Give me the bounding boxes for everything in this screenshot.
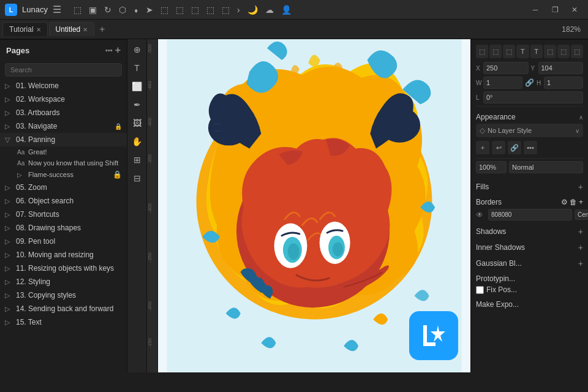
toolbar-icon-8[interactable]: ⬚ [173,4,186,16]
page-item-10[interactable]: ▷ 10. Moving and resizing [0,248,127,262]
text-tool[interactable]: T [129,60,145,76]
border-add-btn[interactable]: + [579,198,583,206]
gaussian-blur-add-btn[interactable]: + [578,258,583,268]
tab-tutorial-close[interactable]: ✕ [36,26,41,33]
tab-untitled[interactable]: Untitled ✕ [49,22,95,36]
pen-tool[interactable]: ✒ [129,97,145,113]
border-settings-btn[interactable]: ⚙ [561,198,568,206]
align-top-text-btn[interactable]: T [516,45,529,58]
page-item-14[interactable]: ▷ 14. Sending back and forward [0,302,127,315]
svg-point-8 [379,107,420,143]
toolbar-icon-4[interactable]: ⬡ [116,4,129,16]
page-child-flame[interactable]: ▷ Flame-success 🔒 [0,168,127,181]
toolbar-icon-2[interactable]: ▣ [86,4,99,16]
zoom-level: 182% [562,25,581,34]
toolbar-icon-10[interactable]: ⬚ [204,4,217,16]
shape-tool[interactable]: ⬜ [129,78,145,94]
page-item-08[interactable]: ▷ 08. Drawing shapes [0,221,127,235]
toolbar-icon-user[interactable]: 👤 [279,4,294,16]
search-input[interactable] [5,63,122,77]
opacity-input[interactable] [476,161,507,173]
add-style-btn[interactable]: + [476,141,489,154]
component-tool[interactable]: ⊞ [129,152,145,168]
page-label: 15. Text [16,318,122,326]
ruler-v-mark: -500 [147,44,158,54]
toolbar-icon-1[interactable]: ⬚ [71,4,84,16]
page-item-02[interactable]: ▷ 02. Workspace [0,92,127,106]
page-child-great[interactable]: Aa Great! [0,146,127,157]
page-item-05[interactable]: ▷ 05. Zoom [0,181,127,194]
tab-tutorial[interactable]: Tutorial ✕ [2,22,48,36]
page-item-06[interactable]: ▷ 06. Object search [0,194,127,208]
inner-shadows-header: Inner Shadows + [476,239,583,255]
pages-add-button[interactable]: + [115,45,121,56]
grid-tool[interactable]: ⊟ [129,170,145,186]
page-child-now[interactable]: Aa Now you know that using Shift [0,157,127,168]
page-item-03b[interactable]: ▷ 03. Navigate 🔒 [0,119,127,133]
border-visibility-btn[interactable]: 👁 [476,211,483,219]
svg-rect-3 [211,122,223,129]
page-item-11[interactable]: ▷ 11. Resizing objects with keys [0,262,127,275]
toolbar-icon-cloud[interactable]: ☁ [263,4,276,16]
page-item-04[interactable]: ▽ 04. Panning [0,133,127,146]
h-input[interactable] [544,77,583,89]
more-style-btn[interactable]: ••• [524,141,537,154]
border-align-select[interactable]: Center Inside Outside [575,209,588,220]
align-center-h-btn[interactable]: ⬚ [489,45,502,58]
page-item-09[interactable]: ▷ 09. Pen tool [0,235,127,248]
page-item-01[interactable]: ▷ 01. Welcome [0,79,127,92]
x-input[interactable] [483,62,529,74]
hand-tool[interactable]: ✋ [129,134,145,149]
pages-more-button[interactable]: ••• [105,47,113,54]
align-bot-text-btn[interactable]: ⬚ [544,45,556,58]
tab-untitled-close[interactable]: ✕ [83,26,88,33]
align-left-btn[interactable]: ⬚ [476,45,488,58]
link-style-btn[interactable]: 🔗 [508,141,521,154]
align-dist-v-btn[interactable]: ⬚ [571,45,583,58]
shadows-add-btn[interactable]: + [578,227,583,236]
link-proportions-icon[interactable]: 🔗 [525,78,534,87]
align-right-btn[interactable]: ⬚ [503,45,515,58]
new-tab-btn[interactable]: + [96,24,108,35]
toolbar-icon-5[interactable]: ⬧ [131,4,141,16]
fix-position-row: Fix Pos... [476,285,583,294]
toolbar-icon-moon[interactable]: 🌙 [245,4,260,16]
layer-style-chevron[interactable]: ∨ [575,127,579,134]
page-item-03a[interactable]: ▷ 03. Artboards [0,106,127,119]
w-input[interactable] [483,77,522,89]
layer-style-row[interactable]: ◇ No Layer Style ∨ [476,124,583,137]
zoom-tool[interactable]: ⊕ [129,42,145,58]
minimize-button[interactable]: ─ [527,4,544,16]
toolbar-icon-7[interactable]: ⬚ [158,4,171,16]
toolbar-icon-9[interactable]: ⬚ [189,4,202,16]
align-dist-h-btn[interactable]: ⬚ [557,45,570,58]
fills-add-btn[interactable]: + [578,182,583,192]
appearance-chevron[interactable]: ∧ [579,114,583,121]
toolbar-icon-11[interactable]: ⬚ [219,4,232,16]
l-input[interactable] [483,91,583,104]
toolbar-icon-6[interactable]: ➤ [143,4,156,16]
inner-shadows-add-btn[interactable]: + [578,243,583,252]
page-item-15[interactable]: ▷ 15. Text [0,315,127,329]
border-color-input[interactable] [488,209,572,221]
toolbar-icon-3[interactable]: ↻ [102,4,114,16]
page-folder-icon: ▷ [5,292,13,300]
align-mid-text-btn[interactable]: T [530,45,543,58]
maximize-button[interactable]: ❐ [546,4,564,16]
detach-style-btn[interactable]: ↩ [492,141,505,154]
page-item-12[interactable]: ▷ 12. Styling [0,275,127,288]
toolbar-icon-chevron[interactable]: › [235,4,243,16]
border-delete-btn[interactable]: 🗑 [570,198,577,206]
page-item-07[interactable]: ▷ 07. Shortcuts [0,208,127,221]
close-button[interactable]: ✕ [566,4,583,16]
page-folder-icon: ▷ [5,224,13,232]
fix-position-checkbox[interactable] [476,286,484,294]
page-item-13[interactable]: ▷ 13. Copying styles [0,288,127,302]
text-icon: Aa [17,149,26,156]
blend-mode-select[interactable]: Normal Dissolve Multiply Screen Overlay [509,161,583,173]
hamburger-menu[interactable]: ☰ [53,4,61,15]
canvas-area[interactable]: 3500 3550 3600 3650 3700 3750 3800 -500 … [147,20,470,372]
y-input[interactable] [538,62,584,74]
main-layout: Objects Libraries Pages ••• + ▷ 01. Welc… [0,20,588,372]
image-tool[interactable]: 🖼 [129,115,145,131]
